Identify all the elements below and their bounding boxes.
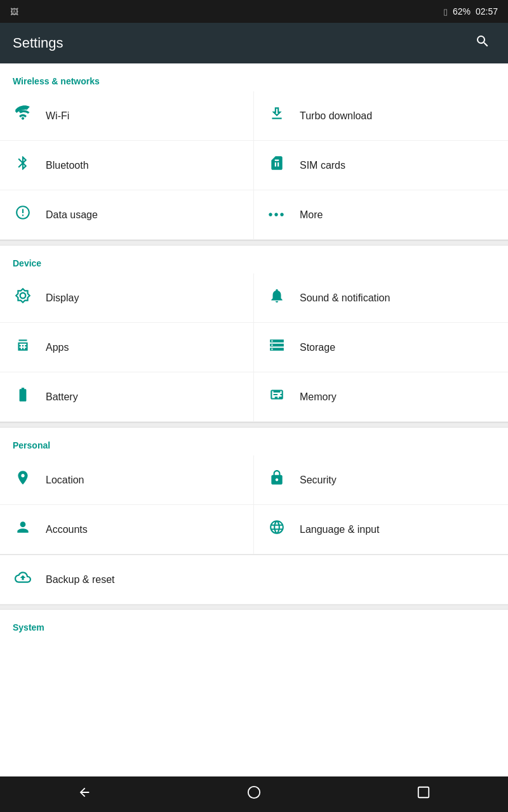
- display-icon: [13, 287, 33, 308]
- sound-icon: [267, 287, 287, 308]
- settings-item-security[interactable]: Security: [254, 455, 508, 505]
- sound-label: Sound & notification: [300, 292, 390, 304]
- section-device: Device Display Sound &: [0, 246, 508, 422]
- section-header-device: Device: [0, 246, 508, 273]
- data-usage-icon: [13, 204, 33, 225]
- wifi-label: Wi-Fi: [46, 110, 69, 122]
- settings-content: Wireless & networks Wi-Fi: [0, 63, 508, 776]
- status-bar: 🖼 ▯ 62% 02:57: [0, 0, 508, 23]
- section-header-system: System: [0, 610, 508, 638]
- language-icon: [267, 519, 287, 540]
- backup-icon: [13, 569, 33, 590]
- time-display: 02:57: [476, 6, 498, 16]
- svg-point-0: [248, 787, 260, 798]
- settings-item-wifi[interactable]: Wi-Fi: [0, 91, 254, 141]
- settings-item-sound[interactable]: Sound & notification: [254, 273, 508, 323]
- settings-item-location[interactable]: Location: [0, 455, 254, 505]
- accounts-icon: [13, 519, 33, 540]
- settings-item-bluetooth[interactable]: Bluetooth: [0, 141, 254, 190]
- page-title: Settings: [13, 35, 470, 51]
- settings-item-language[interactable]: Language & input: [254, 505, 508, 554]
- home-button[interactable]: [232, 780, 276, 808]
- section-wireless: Wireless & networks Wi-Fi: [0, 63, 508, 240]
- personal-grid: Location Security Accounts: [0, 455, 508, 555]
- wifi-icon: [13, 105, 33, 126]
- more-label: More: [300, 209, 323, 221]
- app-bar: Settings: [0, 23, 508, 63]
- bluetooth-icon: [13, 155, 33, 176]
- display-label: Display: [46, 292, 79, 304]
- settings-item-display[interactable]: Display: [0, 273, 254, 323]
- divider-wireless-device: [0, 240, 508, 246]
- settings-item-turbo-download[interactable]: Turbo download: [254, 91, 508, 141]
- section-header-personal: Personal: [0, 428, 508, 455]
- section-system: System: [0, 610, 508, 638]
- apps-icon: [13, 337, 33, 358]
- turbo-download-icon: [267, 105, 287, 126]
- storage-icon: [267, 337, 287, 358]
- more-icon: •••: [267, 207, 287, 222]
- memory-label: Memory: [300, 391, 337, 403]
- settings-item-data-usage[interactable]: Data usage: [0, 190, 254, 240]
- backup-label: Backup & reset: [46, 574, 115, 586]
- battery-settings-icon: [13, 386, 33, 407]
- search-button[interactable]: [470, 29, 495, 58]
- settings-item-backup[interactable]: Backup & reset: [0, 555, 508, 605]
- svg-rect-1: [418, 787, 429, 798]
- security-icon: [267, 469, 287, 490]
- settings-item-more[interactable]: ••• More: [254, 190, 508, 240]
- apps-label: Apps: [46, 342, 69, 353]
- storage-label: Storage: [300, 342, 335, 353]
- wireless-grid: Wi-Fi Turbo download Bluetooth: [0, 91, 508, 240]
- device-grid: Display Sound & notification: [0, 273, 508, 422]
- location-icon: [13, 469, 33, 490]
- language-label: Language & input: [300, 524, 379, 535]
- settings-item-storage[interactable]: Storage: [254, 323, 508, 372]
- turbo-download-label: Turbo download: [300, 110, 372, 122]
- bluetooth-label: Bluetooth: [46, 160, 89, 171]
- accounts-label: Accounts: [46, 524, 88, 535]
- settings-item-accounts[interactable]: Accounts: [0, 505, 254, 554]
- sim-cards-icon: [267, 155, 287, 176]
- settings-item-sim-cards[interactable]: SIM cards: [254, 141, 508, 190]
- settings-item-apps[interactable]: Apps: [0, 323, 254, 372]
- security-label: Security: [300, 475, 337, 486]
- divider-personal-system: [0, 605, 508, 610]
- bottom-nav: [0, 776, 508, 812]
- section-header-wireless: Wireless & networks: [0, 63, 508, 91]
- divider-device-personal: [0, 422, 508, 428]
- battery-icon: 62%: [453, 6, 471, 16]
- back-button[interactable]: [62, 780, 107, 808]
- sim-status-icon: ▯: [443, 7, 448, 16]
- battery-label: Battery: [46, 391, 78, 403]
- memory-icon: [267, 386, 287, 407]
- recents-button[interactable]: [401, 780, 446, 808]
- sim-cards-label: SIM cards: [300, 160, 345, 171]
- location-label: Location: [46, 475, 84, 486]
- section-personal: Personal Location Security: [0, 428, 508, 605]
- settings-item-memory[interactable]: Memory: [254, 372, 508, 422]
- data-usage-label: Data usage: [46, 209, 98, 221]
- settings-item-battery[interactable]: Battery: [0, 372, 254, 422]
